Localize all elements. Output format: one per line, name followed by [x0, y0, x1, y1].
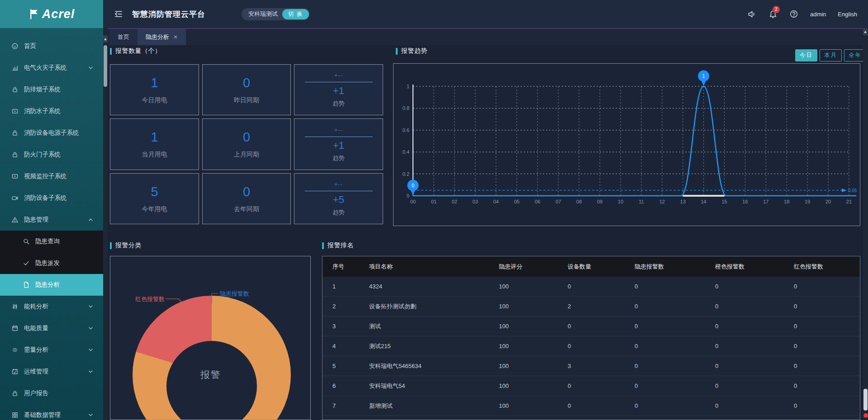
lock-icon — [11, 151, 19, 158]
range-button-本月[interactable]: 本月 — [820, 49, 842, 61]
svg-text:03: 03 — [473, 199, 478, 204]
scroll-alert-dot — [863, 413, 868, 418]
table-cell: 0 — [568, 323, 635, 330]
table-cell: 0 — [568, 382, 635, 389]
sidebar-item-隐患派发[interactable]: 隐患派发 — [0, 252, 103, 274]
table-cell: 0 — [794, 382, 860, 389]
sidebar-item-label: 隐患管理 — [24, 216, 48, 224]
sidebar-item-隐患查询[interactable]: 隐患查询 — [0, 231, 103, 252]
help-icon[interactable] — [789, 9, 798, 19]
column-header-橙色报警数: 橙色报警数 — [715, 263, 794, 271]
sidebar-item-运维管理[interactable]: 运维管理 — [0, 361, 103, 382]
search-icon — [23, 238, 30, 245]
page-scroll-up-icon[interactable]: ▲ — [863, 28, 868, 35]
table-row[interactable]: 3测试1000000 — [323, 316, 860, 336]
table-row[interactable]: 4测试2151000000 — [323, 336, 860, 356]
table-row[interactable]: 2设备拓扑测试勿删1002000 — [323, 297, 860, 316]
table-cell: 0 — [715, 402, 794, 409]
tab-隐患分析[interactable]: 隐患分析✕ — [138, 29, 186, 45]
table-row[interactable]: 143241000000 — [323, 277, 860, 297]
table-row[interactable]: 5安科瑞电气54656341003000 — [323, 356, 860, 376]
logo-text: Acrel — [42, 7, 75, 21]
table-header-row: 序号项目名称隐患评分设备数量隐患报警数橙色报警数红色报警数 — [323, 256, 860, 277]
alarm-count-title-text: 报警数量（个） — [115, 47, 161, 55]
sidebar-scrollbar[interactable]: ▲ — [103, 28, 108, 420]
switch-project-button[interactable]: 切 换 — [282, 9, 309, 19]
stat-card-上月同期: 0上月同期 — [202, 118, 291, 170]
trend-divider — [305, 137, 373, 137]
svg-text:14: 14 — [701, 199, 706, 204]
sidebar-item-防排烟子系统[interactable]: 防排烟子系统 — [0, 79, 103, 100]
sidebar-scroll-thumb[interactable] — [104, 45, 107, 87]
svg-text:0: 0 — [407, 193, 409, 198]
sidebar-item-需量分析[interactable]: 需量分析 — [0, 339, 103, 361]
column-header-隐患报警数: 隐患报警数 — [635, 263, 715, 271]
app-title: 智慧消防管理云平台 — [132, 9, 205, 19]
sidebar-item-用户报告[interactable]: 用户报告 — [0, 382, 103, 404]
tab-label: 隐患分析 — [146, 33, 169, 41]
page-scrollbar[interactable]: ▲ — [863, 28, 868, 420]
table-cell: 0 — [715, 323, 794, 330]
sidebar-item-消防设备子系统[interactable]: 消防设备子系统 — [0, 187, 103, 209]
svg-text:0.6: 0.6 — [403, 127, 409, 133]
stat-value: 0 — [243, 76, 250, 90]
volume-icon[interactable] — [747, 9, 757, 19]
sidebar-item-label: 电能质量 — [24, 324, 48, 332]
sidebar-item-label: 需量分析 — [24, 346, 48, 354]
sidebar-item-能耗分析[interactable]: 能耗分析 — [0, 296, 103, 317]
notifications-bell-icon[interactable]: 2 — [768, 9, 778, 19]
category-panel-title: 报警分类 — [110, 241, 142, 250]
table-row[interactable]: 6安科瑞电气541000000 — [323, 376, 860, 396]
page-scroll-thumb[interactable] — [863, 389, 868, 411]
sidebar-item-首页[interactable]: 首页 — [0, 35, 103, 57]
sidebar-scroll-up-icon[interactable]: ▲ — [103, 35, 108, 42]
language-switcher[interactable]: English — [838, 11, 857, 18]
sidebar-item-电能质量[interactable]: 电能质量 — [0, 317, 103, 339]
table-cell: 安科瑞电气5465634 — [369, 362, 499, 370]
tab-close-icon[interactable]: ✕ — [173, 34, 178, 40]
table-cell: 0 — [715, 303, 794, 310]
sidebar-item-label: 基础数据管理 — [24, 411, 61, 419]
svg-text:20: 20 — [825, 199, 831, 204]
svg-text:19: 19 — [805, 199, 810, 204]
user-menu[interactable]: admin — [810, 11, 826, 18]
sidebar-item-视频监控子系统[interactable]: 视频监控子系统 — [0, 165, 103, 187]
trend-divider — [305, 82, 373, 82]
menu-collapse-icon[interactable] — [114, 9, 123, 19]
trend-divider — [305, 191, 373, 191]
table-row[interactable]: 7新增测试1000000 — [323, 396, 860, 416]
sidebar-item-隐患管理[interactable]: 隐患管理 — [0, 209, 103, 231]
stat-card-今年用电: 5今年用电 — [110, 173, 199, 224]
svg-text:15: 15 — [721, 199, 727, 204]
trend-label: 趋势 — [333, 99, 345, 108]
stat-label: 昨日同期 — [234, 96, 259, 104]
trend-chart-svg: 00.20.40.60.8100010203040506070809101112… — [394, 64, 860, 226]
trend-card: +--+5趋势 — [294, 173, 383, 224]
sidebar-item-label: 防排烟子系统 — [24, 85, 61, 94]
sidebar-submenu: 隐患查询隐患派发隐患分析 — [0, 231, 103, 296]
stat-value: 1 — [151, 76, 158, 90]
column-header-项目名称: 项目名称 — [369, 263, 499, 271]
sidebar-item-基础数据管理[interactable]: 基础数据管理 — [0, 404, 103, 420]
sidebar-item-消防水子系统[interactable]: 消防水子系统 — [0, 100, 103, 122]
stat-label: 去年同期 — [234, 205, 259, 213]
svg-text:1: 1 — [407, 84, 409, 89]
tab-首页[interactable]: 首页 — [109, 29, 138, 45]
table-cell: 0 — [715, 382, 794, 389]
table-cell: 0 — [635, 382, 715, 389]
sidebar-item-防火门子系统[interactable]: 防火门子系统 — [0, 144, 103, 165]
trend-panel-title: 报警趋势 — [396, 47, 427, 55]
sidebar-item-label: 隐患查询 — [35, 237, 60, 245]
trend-numerator: +-- — [334, 72, 343, 79]
sidebar-item-隐患分析[interactable]: 隐患分析 — [0, 274, 103, 296]
table-cell: 3 — [332, 323, 369, 330]
sidebar-item-电气火灾子系统[interactable]: 电气火灾子系统 — [0, 57, 103, 79]
table-cell: 0 — [635, 343, 715, 349]
svg-text:1: 1 — [702, 73, 705, 79]
table-cell: 7 — [332, 402, 369, 409]
table-cell: 4324 — [369, 283, 499, 290]
ranking-panel-title: 报警排名 — [322, 241, 354, 250]
table-cell: 3 — [568, 363, 635, 369]
range-button-今日[interactable]: 今日 — [795, 49, 817, 61]
sidebar-item-消防设备电源子系统[interactable]: 消防设备电源子系统 — [0, 122, 103, 144]
